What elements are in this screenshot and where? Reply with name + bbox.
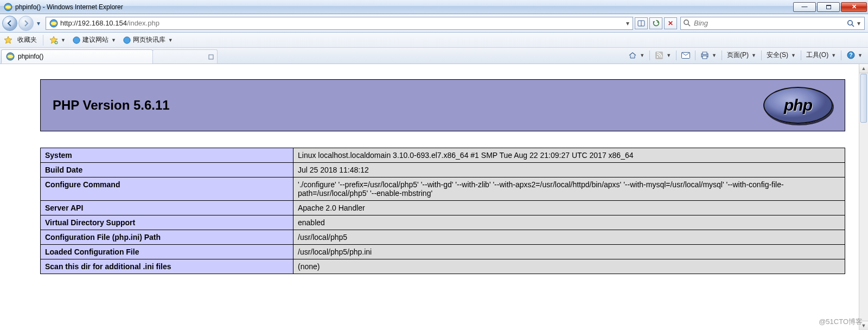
star-add-icon: [49, 36, 58, 45]
window-title: phpinfo() - Windows Internet Explorer: [15, 3, 123, 11]
phpinfo-key: Loaded Configuration File: [41, 245, 293, 259]
phpinfo-key: Scan this dir for additional .ini files: [41, 259, 293, 274]
table-row: Scan this dir for additional .ini files(…: [41, 259, 845, 274]
table-row: Virtual Directory Supportenabled: [41, 215, 845, 230]
print-button[interactable]: ▼: [698, 50, 719, 61]
php-logo: php: [763, 87, 833, 124]
forward-button[interactable]: [18, 16, 34, 31]
phpinfo-key: System: [41, 148, 293, 163]
php-logo-text: php: [784, 96, 812, 115]
table-row: Configuration File (php.ini) Path/usr/lo…: [41, 230, 845, 245]
search-box[interactable]: ▾: [680, 17, 865, 30]
phpinfo-value: Jul 25 2018 11:48:12: [293, 163, 845, 177]
chevron-down-icon: ▼: [111, 37, 116, 43]
table-row: Server APIApache 2.0 Handler: [41, 201, 845, 215]
printer-icon: [700, 51, 709, 60]
tools-menu[interactable]: 工具(O)▼: [804, 49, 838, 61]
svg-point-4: [848, 20, 852, 24]
back-button[interactable]: [2, 16, 17, 31]
svg-rect-14: [703, 52, 707, 54]
table-row: SystemLinux localhost.localdomain 3.10.0…: [41, 148, 845, 163]
url-host: 192.168.10.154: [78, 19, 127, 27]
phpinfo-key: Configure Command: [41, 177, 293, 201]
tab-phpinfo[interactable]: phpinfo(): [1, 49, 153, 64]
phpinfo-value: (none): [293, 259, 845, 274]
chevron-down-icon: ▼: [168, 37, 173, 43]
tab-ie-icon: [6, 52, 15, 61]
svg-point-7: [124, 36, 130, 43]
ie-small-icon-2: [123, 36, 131, 45]
new-tab-button[interactable]: [152, 49, 218, 64]
address-bar-row: ▾ http://192.168.10.154/index.php ▾ ✕ ▾: [0, 14, 868, 33]
stop-button[interactable]: ✕: [664, 17, 677, 29]
new-tab-icon: [208, 54, 214, 60]
rss-icon: [655, 51, 663, 60]
phpinfo-value: /usr/local/php5: [293, 230, 845, 245]
address-bar[interactable]: http://192.168.10.154/index.php ▾: [46, 17, 633, 30]
window-minimize-button[interactable]: —: [793, 2, 816, 12]
tab-title: phpinfo(): [18, 53, 43, 60]
feeds-button[interactable]: ▼: [653, 50, 673, 61]
window-close-button[interactable]: ✕: [841, 2, 867, 12]
phpinfo-value: './configure' '--prefix=/usr/local/php5'…: [293, 177, 845, 201]
ie-small-icon: [72, 36, 81, 45]
url-text: http://192.168.10.154/index.php: [60, 19, 624, 27]
search-input[interactable]: [694, 19, 847, 27]
safety-menu[interactable]: 安全(S)▼: [764, 49, 798, 61]
tools-menu-label: 工具(O): [806, 50, 828, 60]
watermark-text: @51CTO博客: [819, 317, 863, 327]
tab-strip: phpinfo() ▼ ▼ ▼ 页面(P)▼: [0, 48, 868, 64]
page-menu-label: 页面(P): [727, 50, 749, 60]
scroll-thumb[interactable]: [860, 74, 867, 123]
read-mail-button[interactable]: [679, 50, 692, 61]
add-favorite-button[interactable]: ▼: [47, 35, 68, 46]
web-slice-label: 网页快讯库: [133, 35, 165, 45]
compat-view-button[interactable]: [635, 17, 648, 29]
window-maximize-button[interactable]: [817, 2, 840, 12]
safety-menu-label: 安全(S): [767, 50, 788, 60]
svg-point-6: [73, 36, 80, 43]
svg-point-3: [684, 20, 688, 24]
add-fav-dropdown-icon: ▼: [61, 37, 66, 43]
nav-history-dropdown[interactable]: ▾: [35, 16, 42, 31]
suggested-sites-menu[interactable]: 建议网站 ▼: [70, 34, 118, 46]
home-icon: [628, 51, 637, 60]
search-provider-icon: [683, 19, 692, 28]
svg-text:?: ?: [849, 52, 852, 58]
search-go-button[interactable]: [847, 20, 856, 27]
suggested-sites-label: 建议网站: [82, 35, 108, 45]
table-row: Configure Command'./configure' '--prefix…: [41, 177, 845, 201]
phpinfo-key: Configuration File (php.ini) Path: [41, 230, 293, 245]
php-version-title: PHP Version 5.6.11: [53, 98, 170, 113]
scroll-up-button[interactable]: ▲: [859, 64, 868, 73]
refresh-button[interactable]: [649, 17, 662, 29]
web-slice-menu[interactable]: 网页快讯库 ▼: [120, 34, 175, 46]
phpinfo-table: SystemLinux localhost.localdomain 3.10.0…: [40, 148, 845, 274]
favorites-bar: 收藏夹 ▼ 建议网站 ▼ 网页快讯库 ▼: [0, 33, 868, 48]
url-scheme: http://: [60, 19, 78, 27]
favbar-separator: [43, 35, 43, 46]
svg-rect-9: [209, 55, 213, 59]
svg-rect-15: [703, 56, 707, 59]
phpinfo-key: Build Date: [41, 163, 293, 177]
phpinfo-value: Linux localhost.localdomain 3.10.0-693.e…: [293, 148, 845, 163]
vertical-scrollbar[interactable]: ▲ ▼: [859, 64, 868, 330]
svg-point-11: [657, 56, 659, 58]
mail-icon: [681, 51, 690, 60]
help-button[interactable]: ? ▼: [844, 50, 865, 61]
address-dropdown[interactable]: ▾: [624, 20, 631, 27]
site-ie-icon: [49, 19, 58, 28]
url-path: /index.php: [127, 19, 159, 27]
phpinfo-value: /usr/local/php5/php.ini: [293, 245, 845, 259]
phpinfo-page: PHP Version 5.6.11 php SystemLinux local…: [0, 64, 868, 274]
search-dropdown[interactable]: ▾: [856, 20, 862, 27]
phpinfo-key: Virtual Directory Support: [41, 215, 293, 230]
phpinfo-header: PHP Version 5.6.11 php: [40, 79, 845, 131]
home-button[interactable]: ▼: [626, 50, 647, 61]
window-titlebar: phpinfo() - Windows Internet Explorer — …: [0, 0, 868, 14]
content-viewport: PHP Version 5.6.11 php SystemLinux local…: [0, 64, 868, 330]
favorites-star-icon[interactable]: [3, 35, 13, 45]
favorites-label[interactable]: 收藏夹: [15, 34, 39, 46]
table-row: Build DateJul 25 2018 11:48:12: [41, 163, 845, 177]
page-menu[interactable]: 页面(P)▼: [725, 49, 758, 61]
